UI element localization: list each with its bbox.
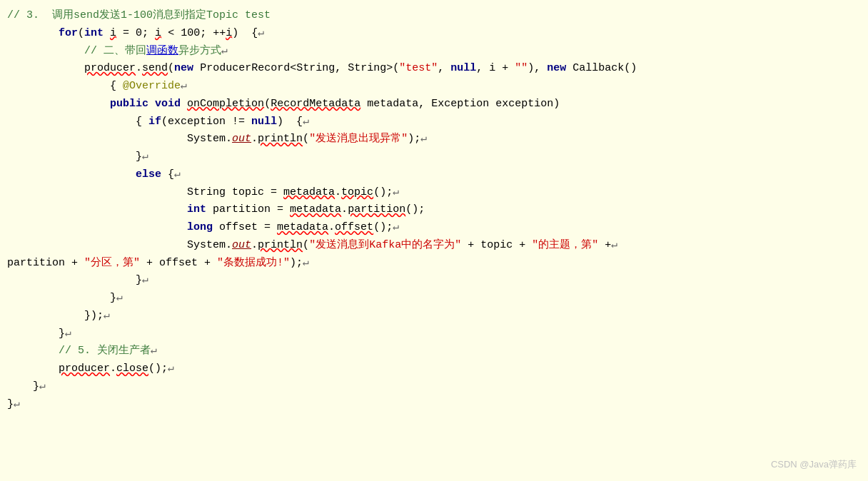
code-line-10: else {↵ <box>0 166 868 184</box>
code-line-5: { @Override↵ <box>0 78 868 96</box>
code-line-21: producer.close();↵ <box>0 360 868 378</box>
code-line-3: // 二、带回调函数异步方式↵ <box>0 43 868 61</box>
code-line-23: }↵ <box>0 396 868 414</box>
code-line-12: int partition = metadata.partition(); <box>0 201 868 219</box>
code-block: // 3. 调用send发送1-100消息到指定Topic test for(i… <box>0 0 868 481</box>
code-line-8: System.out.println("发送消息出现异常");↵ <box>0 131 868 148</box>
code-line-6: public void onCompletion(RecordMetadata … <box>0 96 868 113</box>
code-line-7: { if(exception != null) {↵ <box>0 113 868 131</box>
watermark-text: CSDN @Java弹药库 <box>771 457 857 472</box>
code-line-4: producer.send(new ProducerRecord<String,… <box>0 60 868 78</box>
code-line-19: }↵ <box>0 325 868 343</box>
code-line-11: String topic = metadata.topic();↵ <box>0 184 868 202</box>
code-line-2: for(int i = 0; i < 100; ++i) {↵ <box>0 25 868 43</box>
code-line-1: // 3. 调用send发送1-100消息到指定Topic test <box>0 7 868 25</box>
code-line-15: partition + "分区，第" + offset + "条数据成功!");… <box>0 255 868 273</box>
code-line-18: });↵ <box>0 308 868 325</box>
code-line-20: // 5. 关闭生产者↵ <box>0 343 868 360</box>
code-line-22: }↵ <box>0 378 868 396</box>
code-line-9: }↵ <box>0 148 868 166</box>
code-line-14: System.out.println("发送消息到Kafka中的名字为" + t… <box>0 237 868 255</box>
code-line-17: }↵ <box>0 290 868 308</box>
code-line-13: long offset = metadata.offset();↵ <box>0 219 868 237</box>
code-line-16: }↵ <box>0 272 868 290</box>
